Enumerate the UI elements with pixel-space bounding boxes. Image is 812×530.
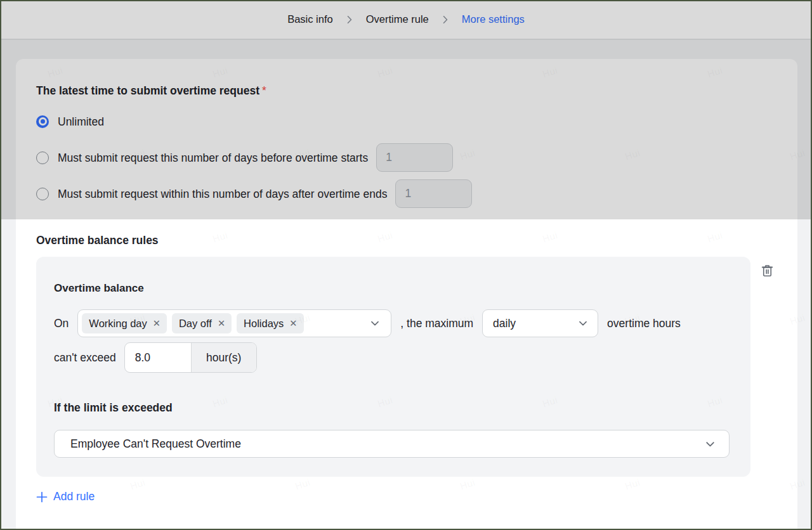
- remove-tag-icon[interactable]: ✕: [153, 319, 160, 328]
- radio-label-days-after[interactable]: Must submit request within this number o…: [58, 186, 387, 202]
- add-rule-label: Add rule: [53, 490, 95, 503]
- submit-time-section-title: The latest time to submit overtime reque…: [36, 83, 777, 98]
- rule-card-title: Overtime balance: [54, 281, 733, 296]
- limit-action-select[interactable]: Employee Can't Request Overtime: [54, 430, 730, 458]
- radio-button-unlimited[interactable]: [36, 115, 49, 128]
- overtime-settings-page: Basic info Overtime rule More settings T…: [0, 0, 812, 530]
- radio-option-days-after: Must submit request within this number o…: [36, 179, 777, 208]
- radio-label-days-before[interactable]: Must submit request this number of days …: [58, 150, 368, 165]
- period-select-value: daily: [493, 317, 516, 330]
- day-type-tag: Holidays ✕: [237, 313, 303, 333]
- breadcrumb-more-settings[interactable]: More settings: [462, 13, 525, 25]
- hours-input-group: 8.0 hour(s): [124, 342, 257, 373]
- delete-rule-button[interactable]: [759, 262, 775, 278]
- radio-button-days-before[interactable]: [36, 152, 49, 164]
- chevron-down-icon: [704, 438, 716, 450]
- hours-input[interactable]: 8.0: [125, 343, 192, 372]
- overtime-hours-label: overtime hours: [607, 317, 681, 330]
- day-type-tag: Day off ✕: [172, 313, 232, 333]
- breadcrumb-basic-info[interactable]: Basic info: [287, 13, 333, 25]
- trash-icon: [760, 263, 775, 278]
- tag-label-holidays: Holidays: [244, 318, 284, 330]
- limit-exceeded-title: If the limit is exceeded: [54, 400, 733, 415]
- breadcrumb: Basic info Overtime rule More settings: [287, 13, 525, 25]
- limit-action-select-value: Employee Can't Request Overtime: [70, 437, 241, 451]
- chevron-right-icon: [344, 15, 355, 25]
- chevron-down-icon: [369, 318, 381, 329]
- chevron-right-icon: [440, 15, 450, 25]
- rule-limit-row: can't exceed 8.0 hour(s): [54, 342, 733, 373]
- balance-rules-section-title: Overtime balance rules: [36, 231, 777, 249]
- remove-tag-icon[interactable]: ✕: [218, 319, 225, 328]
- day-type-multiselect[interactable]: Working day ✕ Day off ✕ Holidays ✕: [77, 309, 391, 337]
- balance-rule-card: Overtime balance On Working day ✕ Day of…: [36, 257, 750, 477]
- chevron-down-icon: [577, 318, 589, 329]
- cant-exceed-label: can't exceed: [54, 351, 116, 365]
- rule-condition-row: On Working day ✕ Day off ✕ Holidays ✕: [54, 309, 733, 337]
- radio-option-days-before: Must submit request this number of days …: [36, 143, 777, 172]
- settings-card: The latest time to submit overtime reque…: [16, 59, 797, 530]
- days-before-input: 1: [376, 143, 453, 172]
- day-type-tag: Working day ✕: [82, 313, 167, 333]
- submit-time-title-text: The latest time to submit overtime reque…: [36, 84, 259, 97]
- remove-tag-icon[interactable]: ✕: [289, 319, 297, 328]
- radio-option-unlimited: Unlimited: [36, 107, 777, 136]
- top-bar: Basic info Overtime rule More settings: [0, 0, 812, 40]
- on-label: On: [54, 317, 69, 330]
- balance-rule-wrapper: Overtime balance On Working day ✕ Day of…: [36, 257, 777, 477]
- maximum-label: , the maximum: [400, 317, 473, 330]
- radio-label-unlimited[interactable]: Unlimited: [58, 114, 104, 129]
- add-rule-button[interactable]: Add rule: [36, 490, 95, 503]
- required-asterisk: *: [262, 84, 266, 97]
- days-after-input: 1: [395, 179, 472, 208]
- hours-unit-addon: hour(s): [192, 343, 256, 372]
- tag-label-working-day: Working day: [89, 318, 147, 330]
- period-select[interactable]: daily: [482, 309, 598, 337]
- radio-button-days-after[interactable]: [36, 188, 49, 200]
- tag-label-day-off: Day off: [179, 318, 212, 330]
- plus-icon: [36, 491, 48, 503]
- breadcrumb-overtime-rule[interactable]: Overtime rule: [366, 13, 429, 25]
